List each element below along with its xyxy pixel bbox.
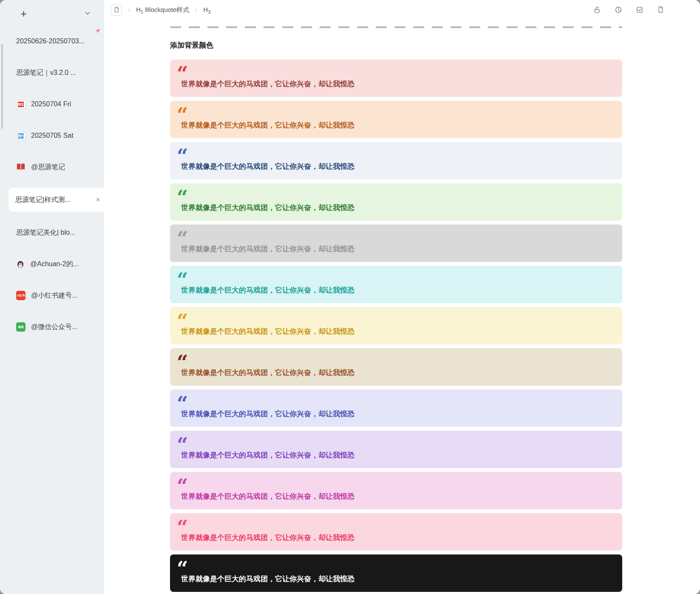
section-heading[interactable]: 添加背景颜色 bbox=[170, 41, 622, 50]
xiaohongshu-icon: 小红书 bbox=[16, 291, 26, 300]
sidebar-tab[interactable]: 思源笔记｜v3.2.0 ... bbox=[0, 62, 104, 83]
sidebar-tab-list: 20250626-20250703... 思源笔记｜v3.2.0 ... 周五 … bbox=[0, 27, 104, 338]
tab-label: 20250626-20250703... bbox=[16, 37, 85, 45]
new-tab-button[interactable]: + bbox=[20, 8, 27, 19]
blockquote-list: “ 世界就像是个巨大的马戏团，它让你兴奋，却让我惶恐 “ 世界就像是个巨大的马戏… bbox=[170, 60, 622, 592]
tab-label: 思源笔记｜v3.2.0 ... bbox=[16, 68, 76, 77]
sidebar-tab[interactable]: 思源笔记|样式测... × bbox=[9, 188, 104, 212]
quote-mark-icon: “ bbox=[177, 229, 615, 242]
calendar-saturday-icon: 周六 bbox=[16, 131, 26, 140]
readonly-toggle-button[interactable] bbox=[636, 6, 643, 15]
quote-mark-icon: “ bbox=[177, 270, 615, 283]
quote-mark-icon: “ bbox=[177, 146, 615, 159]
tab-label: 思源笔记|样式测... bbox=[15, 196, 71, 205]
sidebar-tab[interactable]: @Achuan-2的... bbox=[0, 253, 104, 275]
quote-text[interactable]: 世界就像是个巨大的马戏团，它让你兴奋，却让我惶恐 bbox=[181, 409, 615, 419]
sidebar-tab[interactable]: 周五 20250704 Fri bbox=[0, 94, 104, 115]
sidebar-tab[interactable]: 微信 @微信公众号... bbox=[0, 316, 104, 338]
pin-icon bbox=[94, 28, 101, 34]
blockquote: “ 世界就像是个巨大的马戏团，它让你兴奋，却让我惶恐 bbox=[170, 60, 622, 97]
calendar-friday-icon: 周五 bbox=[16, 100, 26, 108]
quote-mark-icon: “ bbox=[177, 559, 615, 571]
blockquote: “ 世界就像是个巨大的马戏团，它让你兴奋，却让我惶恐 bbox=[170, 348, 622, 386]
quote-text[interactable]: 世界就像是个巨大的马戏团，它让你兴奋，却让我惶恐 bbox=[181, 492, 615, 502]
blockquote: “ 世界就像是个巨大的马戏团，它让你兴奋，却让我惶恐 bbox=[170, 266, 622, 303]
quote-text[interactable]: 世界就像是个巨大的马戏团，它让你兴奋，却让我惶恐 bbox=[181, 203, 615, 213]
editor-content: 添加背景颜色 “ 世界就像是个巨大的马戏团，它让你兴奋，却让我惶恐 “ 世界就像… bbox=[104, 20, 700, 594]
quote-mark-icon: “ bbox=[177, 64, 615, 77]
breadcrumb-item-current[interactable]: H3 bbox=[203, 6, 210, 14]
main-area: H1 Blockquote样式 H3 bbox=[104, 0, 700, 594]
quote-mark-icon: “ bbox=[177, 517, 615, 530]
tab-label: 20250704 Fri bbox=[31, 100, 71, 108]
quote-text[interactable]: 世界就像是个巨大的马戏团，它让你兴奋，却让我惶恐 bbox=[181, 327, 615, 337]
tab-label: @思源笔记 bbox=[31, 163, 65, 172]
quote-mark-icon: “ bbox=[177, 476, 615, 489]
quote-mark-icon: “ bbox=[177, 435, 615, 448]
blockquote: “ 世界就像是个巨大的马戏团，它让你兴奋，却让我惶恐 bbox=[170, 101, 622, 138]
blockquote: “ 世界就像是个巨大的马戏团，它让你兴奋，却让我惶恐 bbox=[170, 307, 622, 344]
quote-text[interactable]: 世界就像是个巨大的马戏团，它让你兴奋，却让我惶恐 bbox=[181, 450, 615, 460]
sidebar: + 20250626-20250703... 思源笔记｜v3.2.0 ... 周… bbox=[0, 0, 104, 594]
tab-label: 思源笔记美化| blo... bbox=[16, 228, 75, 237]
document-icon-button[interactable] bbox=[111, 5, 122, 16]
blockquote: “ 世界就像是个巨大的马戏团，它让你兴奋，却让我惶恐 bbox=[170, 513, 622, 551]
chevron-down-icon bbox=[84, 9, 91, 18]
history-button[interactable] bbox=[615, 6, 622, 15]
sidebar-header: + bbox=[0, 0, 104, 27]
blockquote: “ 世界就像是个巨大的马戏团，它让你兴奋，却让我惶恐 bbox=[170, 554, 622, 592]
chevron-right-icon bbox=[126, 8, 132, 13]
breadcrumb-item-parent[interactable]: H1 Blockquote样式 bbox=[136, 6, 189, 14]
quote-text[interactable]: 世界就像是个巨大的马戏团，它让你兴奋，却让我惶恐 bbox=[181, 368, 615, 378]
blockquote: “ 世界就像是个巨大的马戏团，它让你兴奋，却让我惶恐 bbox=[170, 142, 622, 179]
quote-text[interactable]: 世界就像是个巨大的马戏团，它让你兴奋，却让我惶恐 bbox=[181, 162, 615, 172]
unlock-button[interactable] bbox=[593, 6, 601, 15]
quote-mark-icon: “ bbox=[177, 188, 615, 200]
unlock-icon bbox=[593, 6, 601, 15]
tab-label: @微信公众号... bbox=[31, 323, 78, 332]
check-square-icon bbox=[636, 6, 643, 15]
wechat-icon: 微信 bbox=[16, 322, 26, 332]
quote-text[interactable]: 世界就像是个巨大的马戏团，它让你兴奋，却让我惶恐 bbox=[181, 120, 615, 131]
app-window: + 20250626-20250703... 思源笔记｜v3.2.0 ... 周… bbox=[0, 0, 700, 594]
sidebar-tab[interactable]: 小红书 @小红书建号... bbox=[0, 285, 104, 306]
siyuan-book-icon bbox=[16, 163, 26, 171]
close-tab-button[interactable]: × bbox=[96, 196, 100, 203]
clock-icon bbox=[615, 6, 622, 15]
penguin-icon bbox=[16, 260, 25, 268]
sidebar-tab[interactable]: 周六 20250705 Sat bbox=[0, 125, 104, 146]
sidebar-tab[interactable]: 20250626-20250703... bbox=[0, 31, 104, 52]
quote-text[interactable]: 世界就像是个巨大的马戏团，它让你兴奋，却让我惶恐 bbox=[181, 79, 615, 89]
file-icon bbox=[657, 6, 664, 14]
quote-text[interactable]: 世界就像是个巨大的马戏团，它让你兴奋，却让我惶恐 bbox=[181, 285, 615, 296]
quote-text[interactable]: 世界就像是个巨大的马戏团，它让你兴奋，却让我惶恐 bbox=[181, 244, 615, 254]
document-icon bbox=[113, 6, 120, 14]
sidebar-scrollbar-thumb[interactable] bbox=[1, 44, 3, 129]
tab-label: 20250705 Sat bbox=[31, 132, 74, 139]
quote-mark-icon: “ bbox=[177, 105, 615, 118]
new-document-button[interactable] bbox=[657, 6, 664, 14]
breadcrumb-bar: H1 Blockquote样式 H3 bbox=[104, 0, 700, 20]
chevron-right-icon bbox=[193, 8, 199, 13]
blockquote: “ 世界就像是个巨大的马戏团，它让你兴奋，却让我惶恐 bbox=[170, 225, 622, 262]
sidebar-tab[interactable]: @思源笔记 bbox=[0, 156, 104, 178]
quote-mark-icon: “ bbox=[177, 394, 615, 406]
tab-label: @小红书建号... bbox=[31, 291, 78, 300]
thematic-break bbox=[170, 26, 622, 28]
quote-mark-icon: “ bbox=[177, 311, 615, 324]
tab-label: @Achuan-2的... bbox=[30, 260, 79, 269]
blockquote: “ 世界就像是个巨大的马戏团，它让你兴奋，却让我惶恐 bbox=[170, 389, 622, 427]
blockquote: “ 世界就像是个巨大的马戏团，它让你兴奋，却让我惶恐 bbox=[170, 472, 622, 509]
sidebar-tab[interactable]: 思源笔记美化| blo... bbox=[0, 222, 104, 243]
quote-mark-icon: “ bbox=[177, 352, 615, 365]
quote-text[interactable]: 世界就像是个巨大的马戏团，它让你兴奋，却让我惶恐 bbox=[181, 574, 615, 584]
blockquote: “ 世界就像是个巨大的马戏团，它让你兴奋，却让我惶恐 bbox=[170, 431, 622, 468]
toolbar-icons bbox=[593, 6, 664, 15]
quote-text[interactable]: 世界就像是个巨大的马戏团，它让你兴奋，却让我惶恐 bbox=[181, 533, 615, 543]
blockquote: “ 世界就像是个巨大的马戏团，它让你兴奋，却让我惶恐 bbox=[170, 183, 622, 221]
collapse-tabs-button[interactable] bbox=[84, 9, 91, 18]
